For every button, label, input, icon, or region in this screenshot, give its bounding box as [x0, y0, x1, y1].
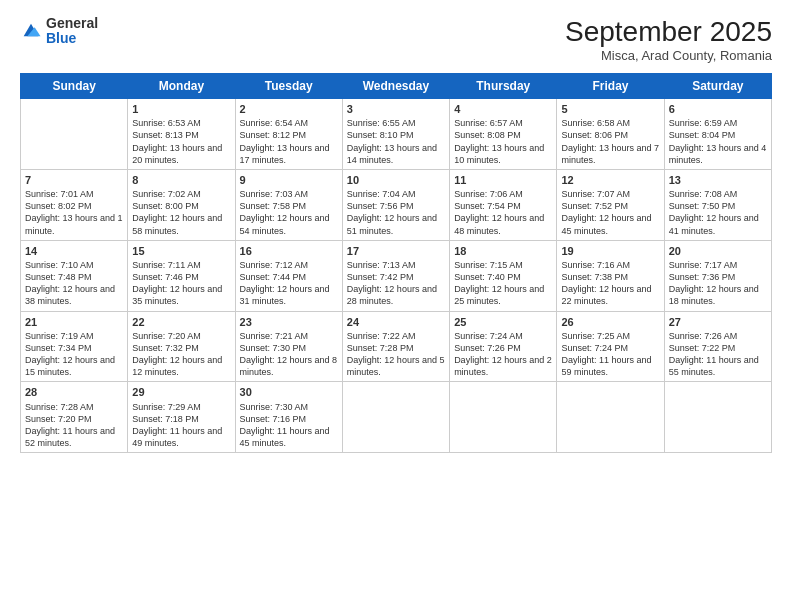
main-title: September 2025 — [565, 16, 772, 48]
calendar-cell: 28Sunrise: 7:28 AMSunset: 7:20 PMDayligh… — [21, 382, 128, 453]
calendar-cell — [450, 382, 557, 453]
cell-content: Sunrise: 7:16 AMSunset: 7:38 PMDaylight:… — [561, 259, 659, 308]
cell-content: Sunrise: 7:29 AMSunset: 7:18 PMDaylight:… — [132, 401, 230, 450]
day-number: 29 — [132, 385, 230, 399]
day-number: 16 — [240, 244, 338, 258]
calendar-day-header: Friday — [557, 74, 664, 99]
calendar-day-header: Tuesday — [235, 74, 342, 99]
cell-content: Sunrise: 6:59 AMSunset: 8:04 PMDaylight:… — [669, 117, 767, 166]
cell-content: Sunrise: 7:06 AMSunset: 7:54 PMDaylight:… — [454, 188, 552, 237]
day-number: 4 — [454, 102, 552, 116]
cell-content: Sunrise: 6:58 AMSunset: 8:06 PMDaylight:… — [561, 117, 659, 166]
calendar-cell: 6Sunrise: 6:59 AMSunset: 8:04 PMDaylight… — [664, 99, 771, 170]
cell-content: Sunrise: 7:11 AMSunset: 7:46 PMDaylight:… — [132, 259, 230, 308]
cell-content: Sunrise: 7:08 AMSunset: 7:50 PMDaylight:… — [669, 188, 767, 237]
cell-content: Sunrise: 6:57 AMSunset: 8:08 PMDaylight:… — [454, 117, 552, 166]
calendar-cell: 18Sunrise: 7:15 AMSunset: 7:40 PMDayligh… — [450, 240, 557, 311]
calendar-cell — [21, 99, 128, 170]
calendar-week-row: 1Sunrise: 6:53 AMSunset: 8:13 PMDaylight… — [21, 99, 772, 170]
calendar-cell: 26Sunrise: 7:25 AMSunset: 7:24 PMDayligh… — [557, 311, 664, 382]
day-number: 13 — [669, 173, 767, 187]
day-number: 7 — [25, 173, 123, 187]
cell-content: Sunrise: 7:30 AMSunset: 7:16 PMDaylight:… — [240, 401, 338, 450]
day-number: 18 — [454, 244, 552, 258]
cell-content: Sunrise: 7:04 AMSunset: 7:56 PMDaylight:… — [347, 188, 445, 237]
cell-content: Sunrise: 7:20 AMSunset: 7:32 PMDaylight:… — [132, 330, 230, 379]
calendar-week-row: 7Sunrise: 7:01 AMSunset: 8:02 PMDaylight… — [21, 169, 772, 240]
calendar-day-header: Wednesday — [342, 74, 449, 99]
cell-content: Sunrise: 7:01 AMSunset: 8:02 PMDaylight:… — [25, 188, 123, 237]
calendar-cell: 1Sunrise: 6:53 AMSunset: 8:13 PMDaylight… — [128, 99, 235, 170]
calendar-day-header: Monday — [128, 74, 235, 99]
calendar-cell: 27Sunrise: 7:26 AMSunset: 7:22 PMDayligh… — [664, 311, 771, 382]
logo-blue-text: Blue — [46, 31, 98, 46]
calendar-week-row: 14Sunrise: 7:10 AMSunset: 7:48 PMDayligh… — [21, 240, 772, 311]
title-block: September 2025 Misca, Arad County, Roman… — [565, 16, 772, 63]
day-number: 10 — [347, 173, 445, 187]
cell-content: Sunrise: 7:12 AMSunset: 7:44 PMDaylight:… — [240, 259, 338, 308]
cell-content: Sunrise: 7:02 AMSunset: 8:00 PMDaylight:… — [132, 188, 230, 237]
cell-content: Sunrise: 7:24 AMSunset: 7:26 PMDaylight:… — [454, 330, 552, 379]
day-number: 21 — [25, 315, 123, 329]
calendar-cell: 8Sunrise: 7:02 AMSunset: 8:00 PMDaylight… — [128, 169, 235, 240]
calendar-cell — [342, 382, 449, 453]
cell-content: Sunrise: 7:13 AMSunset: 7:42 PMDaylight:… — [347, 259, 445, 308]
day-number: 11 — [454, 173, 552, 187]
day-number: 9 — [240, 173, 338, 187]
cell-content: Sunrise: 7:07 AMSunset: 7:52 PMDaylight:… — [561, 188, 659, 237]
day-number: 5 — [561, 102, 659, 116]
day-number: 8 — [132, 173, 230, 187]
calendar-cell: 30Sunrise: 7:30 AMSunset: 7:16 PMDayligh… — [235, 382, 342, 453]
calendar-cell: 2Sunrise: 6:54 AMSunset: 8:12 PMDaylight… — [235, 99, 342, 170]
day-number: 1 — [132, 102, 230, 116]
day-number: 23 — [240, 315, 338, 329]
calendar-cell: 29Sunrise: 7:29 AMSunset: 7:18 PMDayligh… — [128, 382, 235, 453]
day-number: 3 — [347, 102, 445, 116]
logo-text: General Blue — [46, 16, 98, 47]
day-number: 27 — [669, 315, 767, 329]
cell-content: Sunrise: 7:25 AMSunset: 7:24 PMDaylight:… — [561, 330, 659, 379]
day-number: 26 — [561, 315, 659, 329]
calendar-day-header: Sunday — [21, 74, 128, 99]
calendar-cell: 23Sunrise: 7:21 AMSunset: 7:30 PMDayligh… — [235, 311, 342, 382]
day-number: 15 — [132, 244, 230, 258]
logo: General Blue — [20, 16, 98, 47]
calendar-cell: 9Sunrise: 7:03 AMSunset: 7:58 PMDaylight… — [235, 169, 342, 240]
cell-content: Sunrise: 7:26 AMSunset: 7:22 PMDaylight:… — [669, 330, 767, 379]
day-number: 28 — [25, 385, 123, 399]
cell-content: Sunrise: 7:10 AMSunset: 7:48 PMDaylight:… — [25, 259, 123, 308]
calendar-day-header: Saturday — [664, 74, 771, 99]
calendar-day-header: Thursday — [450, 74, 557, 99]
calendar-cell: 12Sunrise: 7:07 AMSunset: 7:52 PMDayligh… — [557, 169, 664, 240]
day-number: 12 — [561, 173, 659, 187]
cell-content: Sunrise: 7:28 AMSunset: 7:20 PMDaylight:… — [25, 401, 123, 450]
calendar-cell: 11Sunrise: 7:06 AMSunset: 7:54 PMDayligh… — [450, 169, 557, 240]
day-number: 24 — [347, 315, 445, 329]
calendar-cell — [664, 382, 771, 453]
calendar-cell: 24Sunrise: 7:22 AMSunset: 7:28 PMDayligh… — [342, 311, 449, 382]
calendar-cell: 10Sunrise: 7:04 AMSunset: 7:56 PMDayligh… — [342, 169, 449, 240]
cell-content: Sunrise: 6:55 AMSunset: 8:10 PMDaylight:… — [347, 117, 445, 166]
cell-content: Sunrise: 7:22 AMSunset: 7:28 PMDaylight:… — [347, 330, 445, 379]
day-number: 20 — [669, 244, 767, 258]
day-number: 19 — [561, 244, 659, 258]
cell-content: Sunrise: 6:53 AMSunset: 8:13 PMDaylight:… — [132, 117, 230, 166]
cell-content: Sunrise: 7:15 AMSunset: 7:40 PMDaylight:… — [454, 259, 552, 308]
logo-general-text: General — [46, 16, 98, 31]
calendar-table: SundayMondayTuesdayWednesdayThursdayFrid… — [20, 73, 772, 453]
day-number: 17 — [347, 244, 445, 258]
calendar-cell: 15Sunrise: 7:11 AMSunset: 7:46 PMDayligh… — [128, 240, 235, 311]
cell-content: Sunrise: 7:19 AMSunset: 7:34 PMDaylight:… — [25, 330, 123, 379]
calendar-cell: 16Sunrise: 7:12 AMSunset: 7:44 PMDayligh… — [235, 240, 342, 311]
calendar-cell: 22Sunrise: 7:20 AMSunset: 7:32 PMDayligh… — [128, 311, 235, 382]
calendar-cell: 5Sunrise: 6:58 AMSunset: 8:06 PMDaylight… — [557, 99, 664, 170]
day-number: 22 — [132, 315, 230, 329]
cell-content: Sunrise: 7:21 AMSunset: 7:30 PMDaylight:… — [240, 330, 338, 379]
logo-icon — [20, 20, 42, 42]
calendar-cell: 13Sunrise: 7:08 AMSunset: 7:50 PMDayligh… — [664, 169, 771, 240]
subtitle: Misca, Arad County, Romania — [565, 48, 772, 63]
day-number: 2 — [240, 102, 338, 116]
calendar-header-row: SundayMondayTuesdayWednesdayThursdayFrid… — [21, 74, 772, 99]
day-number: 6 — [669, 102, 767, 116]
day-number: 14 — [25, 244, 123, 258]
